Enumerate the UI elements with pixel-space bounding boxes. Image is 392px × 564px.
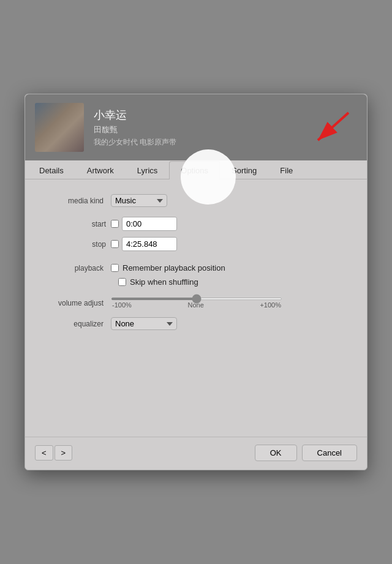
equalizer-label: equalizer [43,320,111,328]
tab-details[interactable]: Details [28,161,75,179]
tab-file[interactable]: File [268,161,304,179]
volume-row: volume adjust -100% None +100% [43,298,349,309]
equalizer-row: equalizer None Acoustic Bass Booster Cla… [43,317,349,330]
arrow-annotation [281,107,355,156]
volume-mid-label: None [187,301,203,309]
media-kind-label: media kind [43,197,111,205]
cancel-button[interactable]: Cancel [302,445,357,461]
svg-line-1 [318,113,349,140]
ok-button[interactable]: OK [255,445,297,461]
track-title: 小幸运 [94,108,176,122]
track-artist: 田馥甄 [94,124,176,135]
remember-checkbox[interactable] [111,264,119,272]
track-info: 小幸运 田馥甄 我的少女时代 电影原声带 [94,108,176,148]
album-art-image [35,103,84,152]
dialog-footer: < > OK Cancel [25,437,367,470]
stop-label: stop [43,240,111,249]
nav-buttons: < > [35,445,72,461]
tabs-row: Details Artwork Lyrics Options Sorting F… [25,160,367,179]
volume-slider[interactable] [111,298,282,300]
volume-slider-wrap: -100% None +100% [111,298,282,309]
tab-options[interactable]: Options [169,161,220,179]
start-row: start [43,217,349,231]
equalizer-control: None Acoustic Bass Booster Classical Dan… [111,317,177,330]
skip-checkbox[interactable] [118,278,126,286]
dialog: 小幸运 田馥甄 我的少女时代 电影原声带 Details Artwork Lyr… [24,94,368,470]
prev-button[interactable]: < [35,445,53,461]
start-input[interactable] [122,217,177,231]
stop-row: stop [43,237,349,251]
remember-label: Remember playback position [123,263,225,273]
skip-control: Skip when shuffling [118,277,198,287]
stop-checkbox[interactable] [111,240,119,248]
volume-ticks: -100% None +100% [111,301,282,309]
media-kind-select[interactable]: Music Movie TV Show Audiobook Podcast [111,194,167,207]
skip-row: Skip when shuffling [43,277,349,287]
album-art [35,103,84,152]
tab-lyrics[interactable]: Lyrics [126,161,169,179]
tab-sorting[interactable]: Sorting [220,161,268,179]
stop-control [111,237,177,251]
remember-control: Remember playback position [111,263,225,273]
track-album: 我的少女时代 电影原声带 [94,137,176,148]
start-checkbox[interactable] [111,220,119,228]
action-buttons: OK Cancel [255,445,357,461]
media-kind-control: Music Movie TV Show Audiobook Podcast [111,194,167,207]
stop-input[interactable] [122,237,177,251]
equalizer-select[interactable]: None Acoustic Bass Booster Classical Dan… [111,317,177,330]
volume-min-label: -100% [112,301,132,309]
start-label: start [43,220,111,228]
volume-label: volume adjust [43,299,111,307]
media-kind-row: media kind Music Movie TV Show Audiobook… [43,194,349,207]
dialog-header: 小幸运 田馥甄 我的少女时代 电影原声带 [25,94,367,160]
tab-artwork[interactable]: Artwork [75,161,126,179]
dialog-content: media kind Music Movie TV Show Audiobook… [25,179,367,437]
skip-label: Skip when shuffling [130,277,198,287]
start-control [111,217,177,231]
next-button[interactable]: > [55,445,73,461]
playback-label: playback [43,264,111,273]
playback-remember-row: playback Remember playback position [43,263,349,273]
volume-max-label: +100% [260,301,281,309]
